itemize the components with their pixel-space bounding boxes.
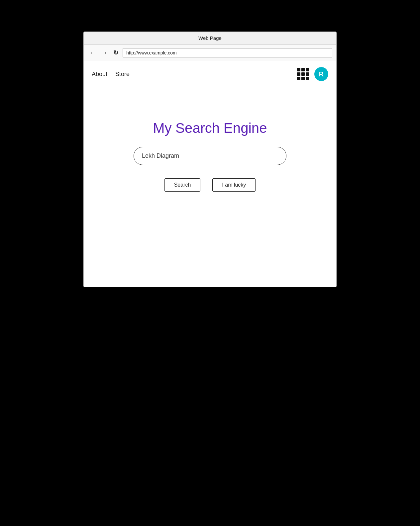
browser-window: Web Page ← → ↻ About Store xyxy=(83,32,337,287)
site-title: My Search Engine xyxy=(153,120,267,136)
grid-dot xyxy=(297,72,300,76)
title-bar: Web Page xyxy=(84,32,336,45)
grid-dot xyxy=(301,77,305,80)
nav-link-about[interactable]: About xyxy=(92,71,107,78)
nav-link-store[interactable]: Store xyxy=(115,71,130,78)
top-nav: About Store R xyxy=(84,61,336,87)
nav-links: About Store xyxy=(92,71,130,78)
top-nav-right: R xyxy=(297,67,328,81)
apps-icon[interactable] xyxy=(297,68,309,80)
nav-bar: ← → ↻ xyxy=(84,45,336,61)
grid-dot xyxy=(306,72,309,76)
button-row: Search I am lucky xyxy=(164,178,256,192)
grid-dot xyxy=(301,72,305,76)
reload-button[interactable]: ↻ xyxy=(112,49,120,56)
search-input[interactable] xyxy=(134,147,286,165)
browser-title: Web Page xyxy=(198,35,222,41)
forward-button[interactable]: → xyxy=(100,49,109,56)
page-content: About Store R My Search xyxy=(84,61,336,287)
grid-dot xyxy=(306,68,309,71)
main-area: My Search Engine Search I am lucky xyxy=(84,87,336,192)
grid-dot xyxy=(301,68,305,71)
back-button[interactable]: ← xyxy=(88,49,97,56)
url-input[interactable] xyxy=(123,48,332,57)
lucky-button[interactable]: I am lucky xyxy=(212,178,256,192)
grid-dot xyxy=(297,68,300,71)
search-bar-container xyxy=(134,147,286,165)
avatar[interactable]: R xyxy=(314,67,328,81)
grid-dot xyxy=(297,77,300,80)
search-button[interactable]: Search xyxy=(164,178,201,192)
grid-dot xyxy=(306,77,309,80)
